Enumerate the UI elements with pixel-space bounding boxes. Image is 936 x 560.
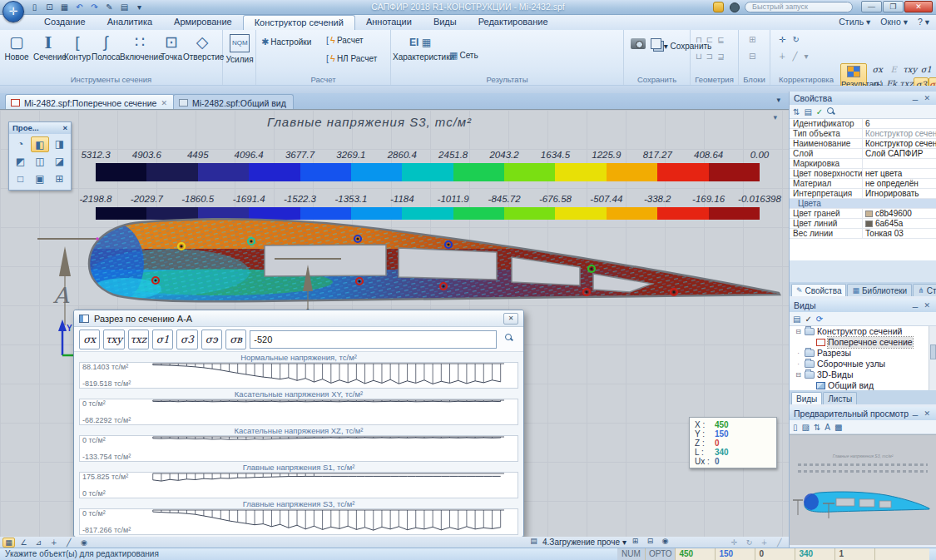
forces-button[interactable]: NQM Усилия xyxy=(223,32,256,64)
alert-icon[interactable] xyxy=(713,2,724,12)
app-logo-icon[interactable]: ✛ xyxy=(2,1,24,22)
categorize-icon[interactable]: ▤ xyxy=(804,107,811,116)
status-toggle-num[interactable]: NUM xyxy=(617,548,646,560)
property-row[interactable]: Цвет линий6a645a xyxy=(790,219,936,229)
help-menu[interactable]: ? ▾ xyxy=(918,17,929,27)
point-button[interactable]: ⊡Точка xyxy=(158,32,185,62)
stress-txy-button[interactable]: τxy xyxy=(103,330,124,349)
dialog-title-bar[interactable]: Разрез по сечению А-А ✕ xyxy=(74,310,523,327)
tab-redaktirovanie[interactable]: Редактирование xyxy=(468,15,559,30)
section-position-input[interactable] xyxy=(250,330,497,349)
tab-properties[interactable]: ✎Свойства xyxy=(791,284,846,296)
calc-nl-run-button[interactable]: [ϟНЛ Расчет xyxy=(326,53,377,63)
tab-sheets[interactable]: Листы xyxy=(823,392,857,404)
loadcase-lamp-button[interactable]: ◉ xyxy=(659,537,671,547)
preview-flip-icon[interactable]: ⇅ xyxy=(814,423,820,432)
stress-s3-button[interactable]: σ3 xyxy=(176,330,197,349)
property-row[interactable]: Цвет поверхностинет цвета xyxy=(790,169,936,179)
snap-grid-button[interactable]: ▦ xyxy=(2,538,15,548)
find-icon[interactable] xyxy=(500,330,518,349)
preview-close-icon[interactable]: ✕ xyxy=(924,409,932,418)
stress-sv-button[interactable]: σв xyxy=(225,330,246,349)
correction-move-rotate[interactable]: ✛↻ xyxy=(779,35,806,44)
tabstrip-dropdown-icon[interactable]: ▾ xyxy=(776,96,780,104)
property-row[interactable]: Тип объектаКонструктор сечения xyxy=(790,129,936,139)
tab-annotacii[interactable]: Аннотации xyxy=(355,15,423,30)
property-row[interactable]: Вес линииТонкая 03 xyxy=(790,229,936,239)
tab-libraries[interactable]: ▦Библиотеки xyxy=(847,284,912,296)
preview-pin-icon[interactable]: ⚊ xyxy=(912,409,920,418)
apply-icon[interactable]: ✓ xyxy=(816,107,823,116)
property-row[interactable]: Материалне определён xyxy=(790,179,936,189)
tree-item[interactable]: ⊟Конструктор сечений xyxy=(790,326,936,337)
quick-launch-input[interactable]: Быстрый запуск xyxy=(745,2,853,12)
property-row[interactable]: СлойСлой САПФИР xyxy=(790,149,936,159)
loadcase-filter-button[interactable]: ⊟ xyxy=(644,537,656,547)
doc-tab-general-view[interactable]: Mi-2482.spf:Общий вид xyxy=(173,94,294,109)
tab-vidy[interactable]: Виды xyxy=(423,15,468,30)
minimize-button[interactable]: — xyxy=(861,1,882,12)
stress-s1-button[interactable]: σ1 xyxy=(152,330,173,349)
correction-node-line[interactable]: ∔╱▾ xyxy=(779,52,815,61)
block-explode-button[interactable]: ⊟ xyxy=(749,52,755,61)
views-refresh-icon[interactable]: ⟳ xyxy=(816,315,823,324)
help-chat-icon[interactable] xyxy=(730,2,740,12)
contour-button[interactable]: [Контур xyxy=(63,32,92,62)
section-button[interactable]: IСечение xyxy=(33,32,63,62)
tree-scrollbar[interactable] xyxy=(929,326,936,390)
tab-analitika[interactable]: Аналитика xyxy=(97,15,163,30)
loadcase-selector[interactable]: ▤ 4.Загружение проче ▾ ⊞ ⊟ ◉ xyxy=(527,537,671,547)
preview-shade-icon[interactable]: ▨ xyxy=(802,423,810,432)
hole-button[interactable]: ◇Отверстие xyxy=(183,32,221,62)
section-cut-dialog[interactable]: Разрез по сечению А-А ✕ σx τxy τxz σ1 σ3… xyxy=(73,310,524,537)
views-pin-icon[interactable]: ⚊ xyxy=(912,301,920,310)
property-row[interactable]: Маркировка xyxy=(790,159,936,169)
block-create-button[interactable]: ⊞ xyxy=(749,35,755,44)
tab-sozdanie[interactable]: Создание xyxy=(33,15,97,30)
status-toggle-орто[interactable]: ОРТО xyxy=(646,548,676,560)
tree-item[interactable]: Поперечное сечение xyxy=(790,337,936,348)
stress-txz-button[interactable]: τxz xyxy=(128,330,149,349)
preview-image-icon[interactable]: ▩ xyxy=(834,423,842,432)
restore-button[interactable]: ❐ xyxy=(883,1,904,12)
panel-close-icon[interactable]: ✕ xyxy=(924,94,932,102)
tab-structure[interactable]: ⋔Структура xyxy=(913,284,936,296)
viewport-canvas[interactable]: Главные напряжения S3, тс/м² ▾ Прое... ×… xyxy=(0,109,789,537)
tab-close-icon[interactable]: ✕ xyxy=(161,99,167,107)
property-row[interactable]: Идентификатор6 xyxy=(790,119,936,129)
pin-icon[interactable]: ⚊ xyxy=(912,94,920,102)
calc-settings-button[interactable]: ✱Настройки xyxy=(261,37,311,47)
window-menu[interactable]: Окно ▾ xyxy=(880,17,908,27)
inclusion-button[interactable]: ∷Включение xyxy=(120,32,160,62)
strip-button[interactable]: ∫Полоса xyxy=(92,32,120,62)
views-list-icon[interactable]: ▤ xyxy=(793,315,800,324)
property-group-header[interactable]: Цвета xyxy=(790,199,936,209)
style-menu[interactable]: Стиль ▾ xyxy=(839,17,870,27)
views-close-icon[interactable]: ✕ xyxy=(924,301,932,310)
characteristics-button[interactable]: EI ▦ Характеристики xyxy=(393,32,448,62)
mesh-button[interactable]: ▦Сеть xyxy=(449,50,478,61)
tree-item[interactable]: Общий вид xyxy=(790,380,936,390)
tab-views[interactable]: Виды xyxy=(791,392,822,404)
tree-item[interactable]: ·Разрезы xyxy=(790,348,936,359)
calc-run-button[interactable]: [ϟРасчет xyxy=(326,35,364,45)
tree-item[interactable]: ·Сборочные узлы xyxy=(790,359,936,369)
tree-item[interactable]: ⊟3D-Виды xyxy=(790,369,936,380)
sort-icon[interactable]: ⇅ xyxy=(793,107,800,116)
property-row[interactable]: Цвет гранейc8b49600 xyxy=(790,209,936,219)
tab-konstruktor-sechenij[interactable]: Конструктор сечений xyxy=(243,15,355,30)
sigma-xy-button[interactable]: τxy xyxy=(902,63,919,77)
sigma-E-button[interactable]: E xyxy=(886,63,903,77)
dialog-close-button[interactable]: ✕ xyxy=(503,313,518,325)
sigma-x-button[interactable]: σx xyxy=(869,63,886,77)
new-section-button[interactable]: ▢Новое xyxy=(0,32,33,62)
doc-tab-cross-section[interactable]: Mi-2482.spf:Поперечное сечение ✕ xyxy=(5,94,175,109)
stress-sx-button[interactable]: σx xyxy=(79,330,100,349)
views-check-icon[interactable]: ✓ xyxy=(805,315,811,324)
loadcase-table-button[interactable]: ⊞ xyxy=(629,537,641,547)
stress-se-button[interactable]: σэ xyxy=(201,330,222,349)
sigma-1-button[interactable]: σ1 xyxy=(919,63,935,77)
snapshot-button[interactable] xyxy=(631,38,646,51)
property-row[interactable]: НаименованиеКонструктор сечения xyxy=(790,139,936,149)
loadcase-dropdown-icon[interactable]: ▾ xyxy=(622,538,626,547)
